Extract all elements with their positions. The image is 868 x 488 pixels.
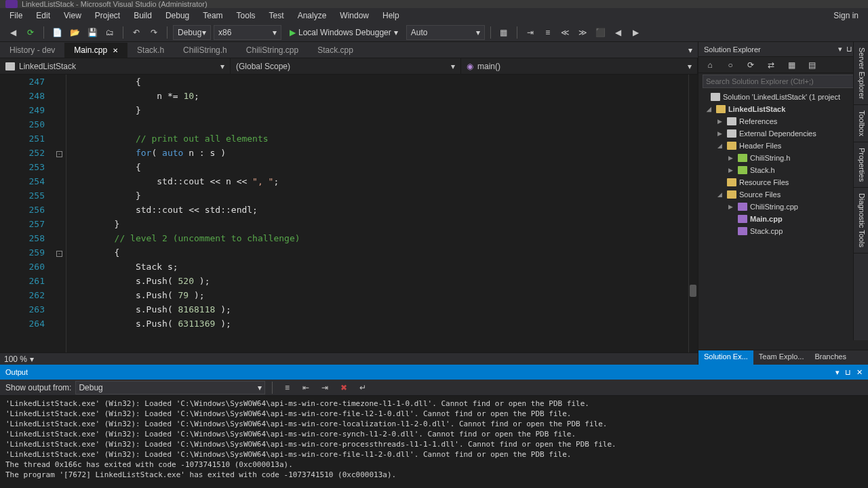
properties-icon[interactable]: ▤ xyxy=(804,58,819,73)
scope-icon[interactable]: ○ xyxy=(723,58,738,73)
rail-toolbox[interactable]: Toolbox xyxy=(854,105,868,142)
tree-item[interactable]: Main.cpp xyxy=(698,213,868,225)
signin-link[interactable]: Sign in xyxy=(827,9,865,22)
menu-file[interactable]: File xyxy=(3,9,29,22)
output-clear-icon[interactable]: ✖ xyxy=(336,380,351,395)
rail-diagnostic[interactable]: Diagnostic Tools xyxy=(854,188,868,253)
output-text[interactable]: 'LinkedListStack.exe' (Win32): Loaded 'C… xyxy=(0,396,868,488)
platform-dropdown[interactable]: x86▾ xyxy=(214,25,281,40)
separator xyxy=(123,26,123,39)
open-file-icon[interactable]: 📂 xyxy=(67,25,82,40)
output-dropdown-icon[interactable]: ▾ xyxy=(835,368,840,377)
redo-icon[interactable]: ↷ xyxy=(146,25,161,40)
refresh-icon[interactable]: ⟳ xyxy=(743,58,758,73)
solution-search-input[interactable] xyxy=(703,75,864,88)
menu-help[interactable]: Help xyxy=(376,9,406,22)
output-close-icon[interactable]: ✕ xyxy=(856,368,863,377)
bookmark-icon[interactable]: ⬛ xyxy=(593,25,608,40)
forward-nav-icon[interactable]: ⟳ xyxy=(23,25,38,40)
output-next-icon[interactable]: ⇥ xyxy=(317,380,332,395)
auto-dropdown[interactable]: Auto▾ xyxy=(406,25,485,40)
tree-item[interactable]: ▶ChiliString.cpp xyxy=(698,201,868,213)
doc-tab-Stack-h[interactable]: Stack.h xyxy=(127,43,174,58)
tree-item[interactable]: ▶References xyxy=(698,115,868,127)
zoom-level[interactable]: 100 % xyxy=(4,354,27,364)
solution-tree[interactable]: Solution 'LinkedListStack' (1 project◢Li… xyxy=(698,89,868,350)
editor-area: History - dev Main.cpp✕Stack.hChiliStrin… xyxy=(0,42,698,365)
rail-server-explorer[interactable]: Server Explorer xyxy=(854,42,868,105)
tree-item[interactable]: ◢Source Files xyxy=(698,188,868,201)
solution-search xyxy=(698,73,868,89)
menu-project[interactable]: Project xyxy=(88,9,127,22)
indent-left-icon[interactable]: ≪ xyxy=(558,25,573,40)
function-icon: ◉ xyxy=(467,62,473,71)
menu-edit[interactable]: Edit xyxy=(29,9,57,22)
indent-icon[interactable]: ≡ xyxy=(540,25,555,40)
code-editor[interactable]: 2472482492502512522532542552562572582592… xyxy=(0,75,698,352)
menu-test[interactable]: Test xyxy=(262,9,291,22)
fold-column[interactable]: -- xyxy=(53,75,66,352)
menu-window[interactable]: Window xyxy=(333,9,376,22)
tree-item[interactable]: Solution 'LinkedListStack' (1 project xyxy=(698,91,868,103)
home-icon[interactable]: ⌂ xyxy=(703,58,717,73)
show-all-icon[interactable]: ▦ xyxy=(784,58,799,73)
nav-project-dropdown[interactable]: LinkedListStack▾ xyxy=(0,58,231,74)
menu-debug[interactable]: Debug xyxy=(159,9,196,22)
tabs-dropdown-icon[interactable]: ▾ xyxy=(683,43,698,58)
toggle-icon[interactable]: ▦ xyxy=(496,25,511,40)
rail-properties[interactable]: Properties xyxy=(854,142,868,188)
nav-scope-dropdown[interactable]: (Global Scope)▾ xyxy=(231,58,461,74)
start-debugger-button[interactable]: ▶ Local Windows Debugger ▾ xyxy=(284,25,403,40)
next-bookmark-icon[interactable]: ▶ xyxy=(629,25,644,40)
play-icon: ▶ xyxy=(290,28,296,37)
new-file-icon[interactable]: 📄 xyxy=(50,25,64,40)
tree-item[interactable]: Resource Files xyxy=(698,176,868,188)
tree-item[interactable]: ▶Stack.h xyxy=(698,164,868,176)
nav-bar: LinkedListStack▾ (Global Scope)▾ ◉main()… xyxy=(0,58,698,75)
tab-team-explorer[interactable]: Team Explo... xyxy=(753,350,810,365)
tab-close-icon[interactable]: ✕ xyxy=(113,47,118,54)
output-source-dropdown[interactable]: Debug▾ xyxy=(75,381,265,394)
output-prev-icon[interactable]: ⇤ xyxy=(298,380,313,395)
output-pin-icon[interactable]: ⊔ xyxy=(845,368,851,377)
doc-tab-ChiliString-h[interactable]: ChiliString.h xyxy=(174,43,237,58)
tab-branches[interactable]: Branches xyxy=(809,350,851,365)
output-find-icon[interactable]: ≡ xyxy=(279,380,294,395)
save-all-icon[interactable]: 🗂 xyxy=(102,25,117,40)
file-icon xyxy=(727,129,736,138)
doc-tab-Main-cpp[interactable]: Main.cpp✕ xyxy=(64,43,127,58)
prev-bookmark-icon[interactable]: ◀ xyxy=(611,25,626,40)
tree-item[interactable]: Stack.cpp xyxy=(698,225,868,237)
panel-pin-icon[interactable]: ⊔ xyxy=(846,45,852,54)
solution-explorer-header[interactable]: Solution Explorer ▾ ⊔ ✕ xyxy=(698,42,868,57)
output-wrap-icon[interactable]: ↵ xyxy=(355,380,370,395)
doc-tab-ChiliString-cpp[interactable]: ChiliString.cpp xyxy=(237,43,308,58)
zoom-dropdown-icon[interactable]: ▾ xyxy=(30,354,34,364)
tree-item[interactable]: ◢Header Files xyxy=(698,140,868,152)
editor-scrollbar[interactable] xyxy=(688,75,698,352)
doc-tab-Stack-cpp[interactable]: Stack.cpp xyxy=(308,43,363,58)
side-panel-tabs: Solution Ex... Team Explo... Branches xyxy=(698,350,868,365)
tree-item[interactable]: ◢LinkedListStack xyxy=(698,103,868,115)
save-icon[interactable]: 💾 xyxy=(85,25,100,40)
panel-dropdown-icon[interactable]: ▾ xyxy=(838,45,842,54)
menu-team[interactable]: Team xyxy=(196,9,229,22)
step-icon[interactable]: ⇥ xyxy=(523,25,538,40)
output-header[interactable]: Output ▾ ⊔ ✕ xyxy=(0,365,868,380)
menu-analyze[interactable]: Analyze xyxy=(291,9,334,22)
menu-tools[interactable]: Tools xyxy=(230,9,262,22)
undo-icon[interactable]: ↶ xyxy=(129,25,144,40)
tree-item[interactable]: ▶ChiliString.h xyxy=(698,152,868,164)
history-tab[interactable]: History - dev xyxy=(0,43,64,58)
code-content[interactable]: { n *= 10; } // print out all elements f… xyxy=(66,75,698,352)
tree-item[interactable]: ▶External Dependencies xyxy=(698,127,868,140)
config-dropdown[interactable]: Debug▾ xyxy=(173,25,211,40)
menu-build[interactable]: Build xyxy=(127,9,159,22)
nav-function-dropdown[interactable]: ◉main()▾ xyxy=(461,58,698,74)
back-nav-icon[interactable]: ◀ xyxy=(5,25,20,40)
collapse-icon[interactable]: ⇄ xyxy=(764,58,778,73)
tab-solution-explorer[interactable]: Solution Ex... xyxy=(698,350,753,365)
indent-right-icon[interactable]: ≫ xyxy=(576,25,591,40)
scroll-thumb[interactable] xyxy=(690,285,696,297)
menu-view[interactable]: View xyxy=(57,9,88,22)
